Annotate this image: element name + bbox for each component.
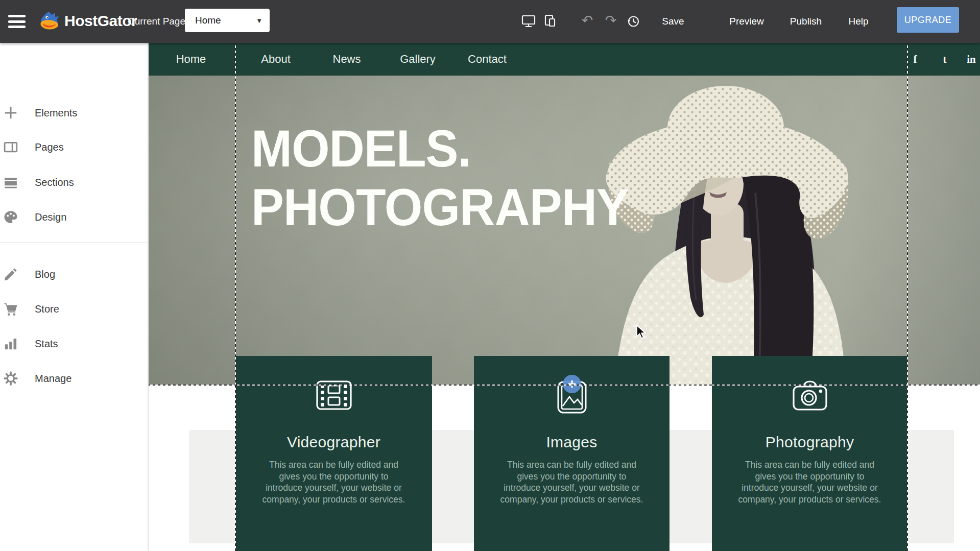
pencil-icon [3,267,18,282]
builder-topbar: HostGator Current Page: Home ▼ ↶ ↷ [0,0,980,43]
mouse-cursor [635,324,648,340]
hostgator-logo: HostGator [38,10,137,32]
sidebar-item-elements[interactable]: Elements [0,101,148,125]
chevron-down-icon: ▼ [256,17,262,25]
site-nav-about[interactable]: About [261,43,291,76]
app-window: HostGator Current Page: Home ▼ ↶ ↷ [0,0,980,551]
publish-button[interactable]: Publish [790,0,822,43]
hero-title-line1: MODELS. [251,119,629,178]
sidebar-item-design[interactable]: Design [0,205,148,229]
twitter-icon[interactable]: t [943,43,947,76]
card-title: Videographer [235,434,432,451]
card-body: This area can be fully edited and gives … [737,459,882,505]
sidebar-item-blog[interactable]: Blog [0,262,148,286]
card-title: Photography [712,434,907,451]
bar-chart-icon [3,336,18,351]
help-button[interactable]: Help [848,0,868,43]
hero-title-line2: PHOTOGRAPHY [251,178,629,237]
palette-icon [3,209,18,225]
site-canvas: Home About News Gallery Contact f t in [148,43,980,551]
redo-icon[interactable]: ↷ [604,13,618,28]
history-icon[interactable] [626,14,640,29]
hamburger-menu-icon[interactable] [8,15,26,28]
plus-icon [3,105,18,121]
sidebar-item-pages[interactable]: Pages [0,135,148,159]
mobile-view-icon[interactable] [543,14,558,29]
section-guide-right [907,43,908,551]
linkedin-icon[interactable]: in [967,43,976,76]
page-select-value: Home [195,15,221,26]
page-select-dropdown[interactable]: Home ▼ [185,9,270,32]
card-title: Images [474,434,670,451]
section-guide-left [235,43,236,551]
site-nav-news[interactable]: News [332,43,361,76]
current-page-label: Current Page: [128,0,188,43]
sidebar-item-store[interactable]: Store [0,297,148,321]
sidebar-item-manage[interactable]: Manage [0,366,148,391]
gear-icon [3,371,18,386]
sidebar-item-stats[interactable]: Stats [0,331,148,356]
add-image-badge-icon[interactable] [563,375,581,393]
facebook-icon[interactable]: f [914,43,917,76]
site-nav-home[interactable]: Home [176,43,206,76]
site-nav-gallery[interactable]: Gallery [400,43,436,76]
hero-section[interactable]: MODELS. PHOTOGRAPHY [148,76,980,386]
hero-photo-woman-in-hat [587,76,873,386]
cart-icon [3,301,18,317]
builder-sidebar: Elements Pages Sections Design Blog Stor… [0,43,149,551]
pages-icon [3,139,18,155]
site-navbar: Home About News Gallery Contact f t in [148,43,980,76]
section-guide-bottom [148,385,980,386]
gator-icon [38,10,60,32]
save-button[interactable]: Save [662,0,684,43]
desktop-view-icon[interactable] [521,14,536,29]
sidebar-item-sections[interactable]: Sections [0,170,148,195]
preview-button[interactable]: Preview [729,0,764,43]
site-nav-contact[interactable]: Contact [468,43,507,76]
hero-title[interactable]: MODELS. PHOTOGRAPHY [251,119,629,237]
brand-name: HostGator [64,12,137,30]
sections-icon [3,175,18,190]
card-body: This area can be fully edited and gives … [261,459,407,505]
upgrade-button[interactable]: UPGRADE [897,7,959,33]
card-body: This area can be fully edited and gives … [499,459,644,505]
undo-icon[interactable]: ↶ [580,13,594,28]
sidebar-divider [0,242,148,243]
